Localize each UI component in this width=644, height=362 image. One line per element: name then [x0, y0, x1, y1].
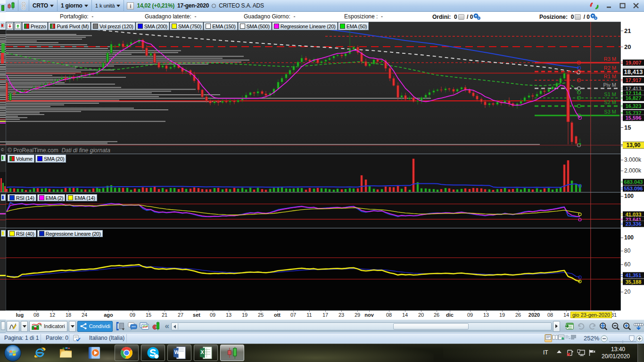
- svg-text:R1 M: R1 M: [604, 74, 616, 79]
- svg-text:S2 M: S2 M: [604, 99, 616, 105]
- svg-text:R2 M: R2 M: [604, 65, 616, 71]
- svg-text:Piv M: Piv M: [603, 82, 617, 88]
- svg-text:X: X: [200, 349, 204, 355]
- svg-text:W: W: [174, 349, 180, 355]
- svg-text:R3 M: R3 M: [604, 56, 616, 62]
- svg-text:S1 M: S1 M: [604, 91, 616, 97]
- svg-text:S3 M: S3 M: [604, 109, 616, 115]
